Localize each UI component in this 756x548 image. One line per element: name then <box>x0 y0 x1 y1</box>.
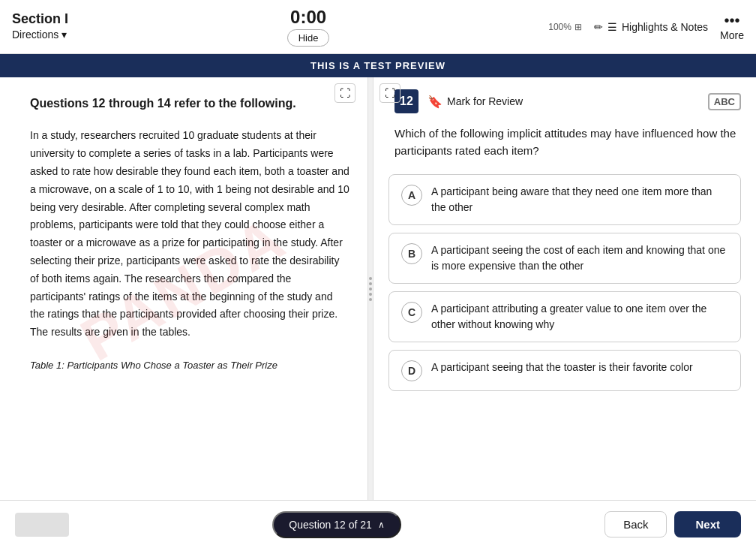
choice-text-d: A participant seeing that the toaster is… <box>431 360 693 375</box>
choice-text-a: A participant being aware that they need… <box>431 184 728 215</box>
right-pane: ⛶ 12 🔖 Mark for Review ABC Which of the … <box>374 77 756 500</box>
pencil-icon: ✏ <box>594 21 603 33</box>
zoom-level: 100% <box>548 22 572 32</box>
answer-choice-b[interactable]: B A participant seeing the cost of each … <box>388 233 741 284</box>
directions-button[interactable]: Directions ▾ <box>12 27 68 42</box>
mark-review-label: Mark for Review <box>447 95 523 107</box>
table-caption: Table 1: Participants Who Chose a Toaste… <box>30 360 350 371</box>
directions-label: Directions <box>12 29 58 41</box>
choice-letter-c: C <box>401 302 422 323</box>
expand-right-button[interactable]: ⛶ <box>380 83 400 103</box>
highlights-notes-button[interactable]: ✏ ☰ Highlights & Notes <box>594 21 708 33</box>
preview-banner: THIS IS A TEST PREVIEW <box>0 54 756 77</box>
answer-choice-d[interactable]: D A participant seeing that the toaster … <box>388 350 741 391</box>
top-bar-center: 0:00 Hide <box>287 7 330 47</box>
chevron-down-icon: ▾ <box>62 29 67 41</box>
top-bar-right: 100% ⊞ ✏ ☰ Highlights & Notes ••• More <box>548 13 744 41</box>
passage-text: In a study, researchers recruited 10 gra… <box>30 127 350 342</box>
top-bar: Section I Directions ▾ 0:00 Hide 100% ⊞ … <box>0 0 756 54</box>
choice-letter-a: A <box>401 185 422 206</box>
top-bar-left: Section I Directions ▾ <box>12 11 68 42</box>
bookmark-icon: 🔖 <box>428 95 442 109</box>
choice-letter-d: D <box>401 360 422 381</box>
zoom-icon: ⊞ <box>574 22 582 32</box>
bottom-left <box>15 513 69 537</box>
main-content: ⛶ Questions 12 through 14 refer to the f… <box>0 77 756 500</box>
question-progress-button[interactable]: Question 12 of 21 ∧ <box>272 511 401 538</box>
next-button[interactable]: Next <box>674 511 741 537</box>
timer-display: 0:00 <box>290 7 326 28</box>
expand-left-button[interactable]: ⛶ <box>334 83 356 103</box>
question-text: Which of the following implicit attitude… <box>394 125 741 159</box>
question-progress-label: Question 12 of 21 <box>289 519 372 531</box>
chevron-up-icon: ∧ <box>378 519 385 530</box>
section-title: Section I <box>12 11 68 27</box>
pane-divider[interactable] <box>368 77 374 500</box>
answer-choice-a[interactable]: A A participant being aware that they ne… <box>388 174 741 225</box>
bottom-bar: Question 12 of 21 ∧ Back Next <box>0 500 756 548</box>
hide-button[interactable]: Hide <box>287 29 330 47</box>
avatar-placeholder <box>15 513 69 537</box>
notes-icon: ☰ <box>608 21 617 33</box>
abc-button[interactable]: ABC <box>708 93 741 110</box>
choice-text-b: A participant seeing the cost of each it… <box>431 242 728 274</box>
mark-review-button[interactable]: 🔖 Mark for Review <box>428 95 523 109</box>
question-header: 12 🔖 Mark for Review ABC <box>394 89 741 113</box>
choice-letter-b: B <box>401 243 422 264</box>
highlights-notes-label: Highlights & Notes <box>622 21 708 33</box>
passage-heading: Questions 12 through 14 refer to the fol… <box>30 95 350 112</box>
more-label: More <box>720 29 744 41</box>
more-dots-icon: ••• <box>724 13 740 28</box>
answer-choice-c[interactable]: C A participant attributing a greater va… <box>388 291 741 342</box>
choice-text-c: A participant attributing a greater valu… <box>431 301 728 333</box>
question-number-group: 12 🔖 Mark for Review <box>394 89 523 113</box>
left-pane: ⛶ Questions 12 through 14 refer to the f… <box>0 77 368 500</box>
bottom-right: Back Next <box>604 511 741 537</box>
more-button[interactable]: ••• More <box>720 13 744 41</box>
back-button[interactable]: Back <box>604 511 667 537</box>
zoom-info: 100% ⊞ <box>548 22 582 32</box>
